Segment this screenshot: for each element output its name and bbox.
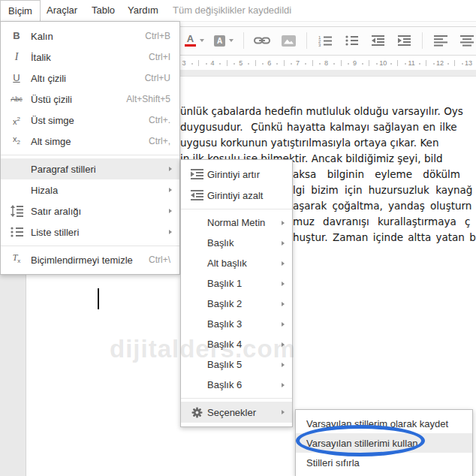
submenu-arrow-icon xyxy=(169,230,172,234)
text-color-dropdown-icon[interactable] xyxy=(200,39,204,42)
format-menu-item-superscript[interactable]: x2Üst simgeCtrl+. xyxy=(1,110,179,131)
ruler-tick xyxy=(276,63,278,65)
menu-tablo[interactable]: Tablo xyxy=(92,0,115,21)
highlight-ellipse-annotation xyxy=(296,425,425,456)
styles-menu-item-heading-3[interactable]: Başlık 3 xyxy=(181,314,292,334)
highlight-color-dropdown-icon[interactable] xyxy=(229,39,233,42)
menu-item-label: Girintiyi azalt xyxy=(207,190,263,201)
document-text-line[interactable]: aksa bilginin eyleme dökülm xyxy=(293,168,460,180)
insert-link-button[interactable] xyxy=(252,30,273,51)
ruler-tick xyxy=(312,60,313,66)
gear-icon xyxy=(187,407,206,418)
menu-bicim[interactable]: Biçim xyxy=(0,0,41,22)
document-text-line[interactable]: ünlük çabalarda hedefin mutluluk olduğu … xyxy=(180,105,463,117)
menu-item-label: Alt simge xyxy=(31,136,71,147)
decrease-indent-button[interactable] xyxy=(367,30,388,51)
ruler-tick xyxy=(426,60,426,66)
styles-menu-item-options[interactable]: Seçenekler xyxy=(181,402,292,423)
menu-item-label: Liste stilleri xyxy=(31,227,79,238)
menu-item-shortcut: Alt+Shift+5 xyxy=(126,94,170,104)
styles-menu-item-subtitle[interactable]: Alt başlık xyxy=(181,253,292,273)
ruler-tick xyxy=(447,63,449,65)
submenu-arrow-icon xyxy=(282,410,285,414)
ruler-number: 3 xyxy=(182,59,185,67)
text-color-button[interactable]: A xyxy=(182,30,206,51)
paragraph-styles-submenu: Girintiyi artırGirintiyi azaltNormal Met… xyxy=(180,159,293,427)
format-menu-item-italic[interactable]: IİtalikCtrl+I xyxy=(1,47,179,68)
format-menu-item-clear-formatting[interactable]: TxBiçimlendirmeyi temizleCtrl+\ xyxy=(1,249,179,270)
format-menu-item-paragraph-styles[interactable]: Paragraf stilleri xyxy=(1,158,179,179)
bulleted-list-button[interactable] xyxy=(341,30,362,51)
menu-separator xyxy=(1,246,179,246)
ruler-tick xyxy=(369,60,369,66)
submenu-arrow-icon xyxy=(282,221,285,225)
document-text-line[interactable]: uygusu korkunun yatıştırılmasıyla ortaya… xyxy=(180,137,438,149)
document-text-line[interactable]: duygusudur. Çünkü hayatta kalmayı sağlay… xyxy=(180,121,457,133)
menu-item-label: Hizala xyxy=(31,185,58,196)
bulleted-list-icon xyxy=(345,35,358,46)
ruler-tick xyxy=(405,63,406,65)
ruler-tick xyxy=(376,63,378,65)
format-menu-item-list-styles[interactable]: Liste stilleri xyxy=(1,221,179,243)
menu-item-label: Başlık 6 xyxy=(207,379,242,390)
menu-araclar[interactable]: Araçlar xyxy=(47,0,77,21)
increase-indent-button[interactable] xyxy=(393,30,414,51)
ruler-number: 9 xyxy=(353,59,357,67)
highlight-color-button[interactable]: A xyxy=(212,30,236,51)
menu-item-label: Paragraf stilleri xyxy=(31,164,96,175)
styles-menu-item-normal-text[interactable]: Normal Metin xyxy=(181,212,292,233)
ruler-tick xyxy=(284,60,285,66)
document-text-line[interactable]: lgi bizim için huzursuzluk kaynağ xyxy=(293,184,472,196)
menu-item-label: Normal Metin xyxy=(207,217,265,228)
ruler-tick xyxy=(305,63,306,65)
ruler-tick xyxy=(227,60,227,66)
watermark: dijitalders.com xyxy=(110,335,296,363)
format-menu-item-underline[interactable]: UAltı çiziliCtrl+U xyxy=(1,68,179,89)
ruler-tick xyxy=(291,63,292,65)
format-menu-item-line-spacing[interactable]: Satır aralığı xyxy=(1,200,179,221)
styles-menu-item-decrease-indent[interactable]: Girintiyi azalt xyxy=(181,185,292,206)
document-text-line[interactable]: aşarak çoğaltma, yandaş oluşturn xyxy=(293,200,471,212)
styles-menu-item-heading-1[interactable]: Başlık 1 xyxy=(181,273,292,294)
ruler-number: 4 xyxy=(210,59,214,67)
ruler-tick xyxy=(362,63,363,65)
format-menu-item-subscript[interactable]: x2Alt simgeCtrl+, xyxy=(1,131,179,152)
menu-separator xyxy=(1,155,179,155)
toolbar-separator xyxy=(243,32,244,49)
ruler-tick xyxy=(191,63,193,65)
styles-menu-item-title[interactable]: Başlık xyxy=(181,233,292,253)
menu-item-label: İtalik xyxy=(31,52,51,63)
document-text-line[interactable]: huştur. Zaman içinde altta yatan b xyxy=(293,231,476,243)
menu-yardim[interactable]: Yardım xyxy=(128,0,158,21)
menu-item-label: Altı çizili xyxy=(31,73,66,84)
ruler-tick xyxy=(454,60,455,66)
text-color-icon: A xyxy=(185,35,196,47)
submenu-arrow-icon xyxy=(169,167,172,171)
decrease-indent-icon xyxy=(372,35,384,47)
ruler-tick xyxy=(333,63,335,65)
styles-menu-item-heading-6[interactable]: Başlık 6 xyxy=(181,375,292,395)
document-text-line[interactable]: muz davranışı kurallaştırmaya ç xyxy=(293,215,470,227)
ruler-tick xyxy=(206,63,207,65)
decrease-indent-icon xyxy=(187,189,206,201)
styles-menu-item-increase-indent[interactable]: Girintiyi artır xyxy=(181,164,292,185)
align-center-icon xyxy=(460,35,474,47)
align-left-button[interactable] xyxy=(430,30,451,51)
menu-item-shortcut: Ctrl+. xyxy=(149,115,170,125)
submenu-arrow-icon xyxy=(282,383,285,387)
ruler-tick xyxy=(462,63,463,65)
options-menu-item-reset-styles[interactable]: Stilleri sıfırla xyxy=(296,453,472,472)
ruler-tick xyxy=(255,60,256,66)
format-menu-item-strikethrough[interactable]: AbcÜstü çiziliAlt+Shift+5 xyxy=(1,89,179,110)
numbered-list-button[interactable]: 123 xyxy=(315,30,336,51)
styles-menu-item-heading-2[interactable]: Başlık 2 xyxy=(181,294,292,314)
align-center-button[interactable] xyxy=(456,30,476,51)
menu-item-label: Alt başlık xyxy=(207,258,247,269)
highlight-color-icon: A xyxy=(214,35,225,47)
ruler-number: 10 xyxy=(379,59,387,67)
insert-image-button[interactable] xyxy=(278,30,299,51)
format-menu-item-bold[interactable]: BKalınCtrl+B xyxy=(1,26,179,47)
menu-item-label: Başlık 3 xyxy=(207,318,242,330)
format-menu-item-align[interactable]: Hizala xyxy=(1,179,179,200)
clear-formatting-icon: Tx xyxy=(7,258,26,261)
